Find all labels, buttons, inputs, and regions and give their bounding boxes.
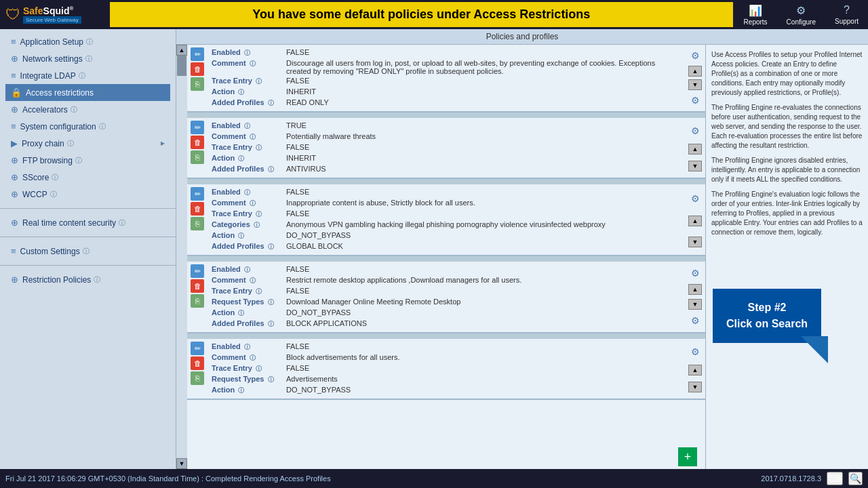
policy-4-settings2-button[interactable]: ⚙	[688, 314, 702, 327]
ldap-info-icon: ⓘ	[79, 71, 85, 81]
step-action: Click on Search	[726, 316, 808, 332]
policy-4-delete-button[interactable]: 🗑	[191, 279, 204, 293]
policy-1-settings-button[interactable]: ⚙	[688, 49, 702, 62]
policy-1-actions: ✏ 🗑 ⎘	[187, 45, 208, 111]
policy-2-edit-button[interactable]: ✏	[191, 121, 204, 134]
comment-label-4: Comment ⓘ	[212, 276, 286, 285]
sidebar-item-label: Access restrictions	[26, 88, 94, 98]
policy-5-enabled-row: Enabled ⓘ FALSE	[212, 342, 681, 352]
sidebar-item-network-settings[interactable]: ⊕ Network settings ⓘ	[5, 50, 170, 67]
logo-shield-icon: 🛡	[5, 6, 20, 24]
policy-2-settings-button[interactable]: ⚙	[688, 124, 702, 138]
enabled-label-3: Enabled ⓘ	[212, 188, 286, 197]
policy-1-delete-button[interactable]: 🗑	[191, 62, 204, 76]
alert-banner: You have some default policies under Acc…	[110, 2, 733, 27]
added-profiles-label-3: Added Profiles ⓘ	[212, 242, 286, 251]
policy-5-scroll-down[interactable]: ▼	[688, 382, 702, 392]
policy-4-edit-button[interactable]: ✏	[191, 264, 204, 278]
sidebar-item-real-time-content[interactable]: ⊕ Real time content security ⓘ	[5, 214, 170, 231]
policy-1-profiles-value: READ ONLY	[286, 98, 681, 106]
policy-2-copy-button[interactable]: ⎘	[191, 150, 204, 164]
support-button[interactable]: ? Support	[825, 1, 868, 28]
policy-5-copy-button[interactable]: ⎘	[191, 371, 204, 385]
policy-1-edit-button[interactable]: ✏	[191, 47, 204, 61]
sidebar-item-accelerators[interactable]: ⊕ Accelerators ⓘ	[5, 101, 170, 118]
comment-label-5: Comment ⓘ	[212, 353, 286, 363]
status-search-button[interactable]: 🔍	[848, 472, 863, 485]
policies-area: ▲ ▼ ✏ 🗑 ⎘ Enabled ⓘ	[176, 45, 868, 469]
sidebar-item-label: SScore	[22, 173, 49, 182]
reports-icon: 📊	[749, 4, 762, 17]
enabled-label-2: Enabled ⓘ	[212, 121, 286, 131]
policy-3-edit-button[interactable]: ✏	[191, 187, 204, 201]
sidebar-item-integrate-ldap[interactable]: ≡ Integrate LDAP ⓘ	[5, 67, 170, 84]
custom-settings-icon: ≡	[11, 246, 16, 256]
sidebar-item-access-restrictions[interactable]: 🔒 Access restrictions ⓘ	[5, 84, 170, 101]
sidebar-item-system-configuration[interactable]: ≡ System configuration ⓘ	[5, 118, 170, 135]
policy-3-enabled-row: Enabled ⓘ FALSE	[212, 187, 681, 198]
vertical-scrollbar[interactable]: ▲ ▼	[176, 45, 187, 469]
action-label-5: Action ⓘ	[212, 386, 286, 395]
scroll-up-arrow[interactable]: ▲	[176, 45, 187, 56]
scroll-thumb[interactable]	[177, 56, 186, 76]
sysconfig-info-icon: ⓘ	[99, 122, 106, 131]
add-entry-button[interactable]: +	[678, 447, 697, 466]
sidebar-item-proxy-chain[interactable]: ▶ Proxy chain ⓘ	[5, 135, 170, 152]
configure-button[interactable]: ⚙ Configure	[777, 1, 825, 28]
policy-5-action-value: DO_NOT_BYPASS	[286, 386, 681, 394]
proxychain-info-icon: ⓘ	[67, 139, 74, 148]
policy-1-scroll-down[interactable]: ▼	[688, 79, 702, 90]
policy-2-scroll-up[interactable]: ▲	[688, 144, 702, 155]
sidebar-item-sscore[interactable]: ⊕ SScore ⓘ	[5, 169, 170, 186]
sidebar: ≡ Application Setup ⓘ ⊕ Network settings…	[0, 29, 176, 469]
right-panel-para-2: The Profiling Engine re-evaluates the co…	[711, 103, 863, 150]
scroll-down-arrow[interactable]: ▼	[176, 458, 187, 469]
policy-4-trace-row: Trace Entry ⓘ FALSE	[212, 286, 681, 297]
reports-button[interactable]: 📊 Reports	[734, 1, 777, 28]
status-bar: Fri Jul 21 2017 16:06:29 GMT+0530 (India…	[0, 469, 868, 488]
sidebar-section-1: ≡ Application Setup ⓘ ⊕ Network settings…	[0, 29, 176, 207]
sidebar-item-ftp-browsing[interactable]: ⊕ FTP browsing ⓘ	[5, 152, 170, 169]
policy-3-scroll-down[interactable]: ▼	[688, 237, 702, 247]
policy-4-copy-button[interactable]: ⎘	[191, 294, 204, 308]
policy-1-enabled-value: FALSE	[286, 48, 681, 56]
policy-1-comment-value: Discourage all users from log in, post, …	[286, 59, 681, 75]
policy-5-scroll-up[interactable]: ▲	[688, 365, 702, 375]
status-keyboard-button[interactable]: ⌨	[827, 472, 843, 485]
step-arrow-icon	[801, 336, 828, 363]
sidebar-item-custom-settings[interactable]: ≡ Custom Settings ⓘ	[5, 243, 170, 260]
policy-5-settings-button[interactable]: ⚙	[688, 345, 702, 359]
policy-5-comment-value: Block advertisements for all users.	[286, 353, 681, 361]
sidebar-item-wccp[interactable]: ⊕ WCCP ⓘ	[5, 186, 170, 203]
policy-4-scroll-up[interactable]: ▲	[688, 284, 702, 295]
policy-3-settings-button[interactable]: ⚙	[688, 192, 702, 205]
policy-5-action-row: Action ⓘ DO_NOT_BYPASS	[212, 385, 681, 396]
policy-5-delete-button[interactable]: 🗑	[191, 357, 204, 370]
policy-2-comment-value: Potentially malware threats	[286, 132, 681, 140]
policy-3-delete-button[interactable]: 🗑	[191, 202, 204, 216]
main-layout: ≡ Application Setup ⓘ ⊕ Network settings…	[0, 29, 868, 469]
policy-spacer-1	[187, 113, 705, 118]
policy-2-fields: Enabled ⓘ TRUE Comment ⓘ Potentially mal…	[208, 118, 685, 178]
policy-4-action-value: DO_NOT_BYPASS	[286, 308, 681, 317]
policy-4-scroll-down[interactable]: ▼	[688, 299, 702, 310]
policy-4-settings-button[interactable]: ⚙	[688, 266, 702, 280]
sidebar-item-label: Network settings	[22, 54, 83, 64]
policy-1-settings2-button[interactable]: ⚙	[688, 94, 702, 107]
policy-3-copy-button[interactable]: ⎘	[191, 217, 204, 230]
categories-label-3: Categories ⓘ	[212, 220, 286, 230]
sidebar-item-application-setup[interactable]: ≡ Application Setup ⓘ	[5, 33, 170, 50]
policy-1-profiles-row: Added Profiles ⓘ READ ONLY	[212, 98, 681, 108]
policy-1-scroll-up[interactable]: ▲	[688, 66, 702, 77]
sidebar-item-label: Proxy chain	[22, 139, 64, 148]
sidebar-item-restriction-policies[interactable]: ⊕ Restriction Policies ⓘ	[5, 271, 170, 288]
policy-5-edit-button[interactable]: ✏	[191, 342, 204, 355]
policy-3-profiles-value: GLOBAL BLOCK	[286, 242, 681, 250]
policy-2-delete-button[interactable]: 🗑	[191, 136, 204, 149]
policy-1-copy-button[interactable]: ⎘	[191, 77, 204, 91]
policy-3-comment-row: Comment ⓘ Inappropriate content is abuse…	[212, 198, 681, 209]
policy-2-scroll-down[interactable]: ▼	[688, 161, 702, 171]
network-settings-icon: ⊕	[11, 54, 18, 64]
access-restrictions-icon: 🔒	[11, 87, 22, 98]
policy-3-scroll-up[interactable]: ▲	[688, 216, 702, 226]
